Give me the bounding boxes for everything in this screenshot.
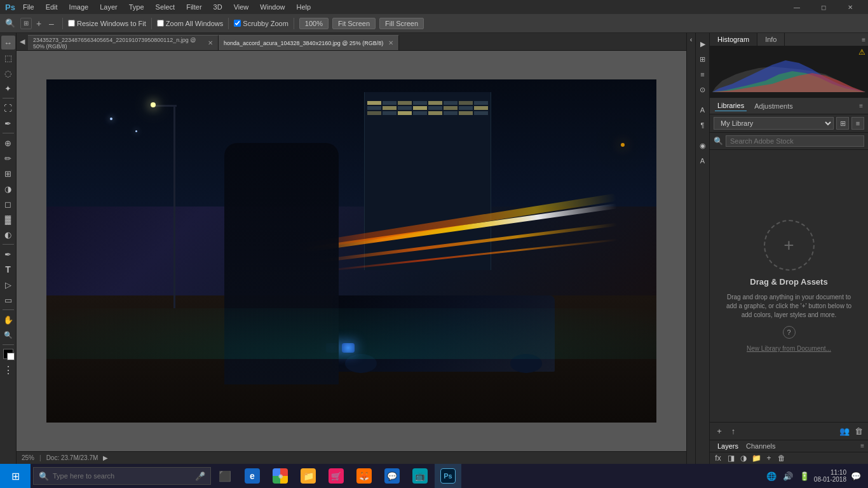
status-arrow[interactable]: ▶ [103, 454, 108, 461]
layer-mask-button[interactable]: ◨ [725, 452, 736, 464]
clock-area[interactable]: 11:10 08-01-2018 [814, 469, 846, 483]
mail-app[interactable]: 💬 [379, 464, 405, 488]
explorer-app[interactable]: 📁 [295, 464, 322, 488]
tab-1-close[interactable]: ✕ [208, 39, 213, 46]
menu-filter[interactable]: Filter [184, 2, 204, 12]
fill-screen-button[interactable]: Fill Screen [379, 18, 424, 29]
search-input[interactable] [726, 135, 864, 147]
media-app[interactable]: 📺 [407, 464, 433, 488]
info-tab[interactable]: Info [757, 33, 785, 46]
zoom-tool-icon[interactable]: 🔍 [4, 17, 17, 30]
panel-collapse-button[interactable]: ‹ [686, 33, 695, 464]
menu-help[interactable]: Help [294, 2, 313, 12]
action-icon[interactable]: ⊞ [697, 53, 709, 65]
zoom-tool[interactable]: 🔍 [1, 328, 15, 342]
3d-icon[interactable]: ◉ [697, 140, 709, 151]
history-icon[interactable]: ▶ [697, 38, 709, 50]
type-tool[interactable]: T [1, 262, 15, 276]
crop-tool[interactable]: ⛶ [1, 101, 15, 115]
para-icon[interactable]: ¶ [697, 119, 709, 131]
menu-select[interactable]: Select [153, 2, 178, 12]
volume-icon[interactable]: 🔊 [781, 471, 795, 481]
list-view-button[interactable]: ≡ [851, 117, 864, 130]
scrubby-zoom-input[interactable] [234, 20, 241, 27]
resize-windows-input[interactable] [68, 20, 75, 27]
zoom-all-windows-input[interactable] [157, 20, 164, 27]
layer-adjustment-button[interactable]: ◑ [738, 452, 749, 464]
lasso-tool[interactable]: ◌ [1, 66, 15, 80]
minimize-button[interactable]: — [784, 0, 810, 14]
gradient-tool[interactable]: ▓ [1, 212, 15, 226]
upload-library-button[interactable]: ↑ [728, 426, 739, 437]
tab-1[interactable]: 23435273_2234876563405654_22019107395080… [28, 35, 219, 50]
scrubby-zoom-checkbox[interactable]: Scrubby Zoom [234, 20, 288, 27]
foreground-color[interactable] [3, 349, 13, 359]
maximize-button[interactable]: ◻ [811, 0, 836, 14]
layer-group-button[interactable]: 📁 [750, 452, 762, 464]
library-dropdown[interactable]: My Library [714, 117, 834, 130]
move-tool[interactable]: ↔ [1, 36, 15, 50]
adjustments-tab[interactable]: Adjustments [752, 101, 796, 111]
eraser-tool[interactable]: ◻ [1, 197, 15, 211]
histogram-tab[interactable]: Histogram [710, 33, 757, 46]
zoom-percent-button[interactable]: 100% [299, 18, 329, 29]
delete-library-button[interactable]: 🗑 [853, 426, 864, 437]
dodge-tool[interactable]: ◐ [1, 227, 15, 241]
magic-wand-tool[interactable]: ✦ [1, 81, 15, 95]
channels-tab[interactable]: Channels [742, 441, 779, 451]
clone-tool[interactable]: ⊞ [1, 166, 15, 180]
chrome-app[interactable]: ◉ [267, 464, 294, 488]
start-button[interactable]: ⊞ [0, 464, 31, 488]
eyedropper-tool[interactable]: ✒ [1, 116, 15, 130]
add-asset-circle[interactable]: + [764, 220, 815, 271]
histogram-options[interactable]: ≡ [859, 35, 868, 44]
more-tools[interactable]: ⋮ [1, 363, 15, 377]
layer-new-button[interactable]: + [763, 452, 775, 464]
battery-icon[interactable]: 🔋 [797, 471, 811, 481]
char-icon[interactable]: A [697, 104, 709, 116]
microphone-icon[interactable]: 🎤 [195, 471, 205, 481]
menu-image[interactable]: Image [67, 2, 92, 12]
zoom-in-icon[interactable]: + [33, 18, 44, 29]
fit-screen-button[interactable]: Fit Screen [332, 18, 376, 29]
task-view-button[interactable]: ⬛ [214, 464, 236, 488]
tab-2-close[interactable]: ✕ [388, 39, 393, 46]
pen-tool[interactable]: ✒ [1, 247, 15, 261]
close-button[interactable]: ✕ [837, 0, 863, 14]
libraries-tab[interactable]: Libraries [715, 100, 747, 111]
collaborate-icon[interactable]: 👥 [839, 426, 850, 437]
layers-tab[interactable]: Layers [714, 441, 742, 451]
layers-expand-icon[interactable]: ≡ [860, 442, 864, 449]
edge-app[interactable]: e [239, 464, 266, 488]
heal-tool[interactable]: ⊕ [1, 136, 15, 150]
new-library-from-document-link[interactable]: New Library from Document... [747, 345, 831, 352]
canvas-container[interactable] [17, 51, 686, 451]
zoom-out-icon[interactable]: – [46, 18, 57, 29]
resize-windows-checkbox[interactable]: Resize Windows to Fit [68, 20, 146, 27]
hand-tool[interactable]: ✋ [1, 313, 15, 327]
tab-2[interactable]: honda_accord_acura_104328_3840x2160.jpg … [219, 35, 399, 50]
measure-icon[interactable]: ⊙ [697, 84, 709, 95]
menu-layer[interactable]: Layer [97, 2, 120, 12]
menu-type[interactable]: Type [126, 2, 147, 12]
menu-view[interactable]: View [231, 2, 252, 12]
layer-comp-icon[interactable]: ≡ [697, 69, 709, 80]
photoshop-app[interactable]: Ps [435, 464, 461, 488]
brush-tool[interactable]: ✏ [1, 151, 15, 165]
zoom-all-windows-checkbox[interactable]: Zoom All Windows [157, 20, 223, 27]
history-tool[interactable]: ◑ [1, 182, 15, 196]
taskbar-search[interactable]: 🔍 🎤 [33, 467, 211, 485]
background-color[interactable] [7, 353, 15, 360]
firefox-app[interactable]: 🦊 [351, 464, 377, 488]
menu-file[interactable]: File [20, 2, 37, 12]
type-icon[interactable]: A [697, 155, 709, 166]
menu-edit[interactable]: Edit [43, 2, 60, 12]
zoom-fit-icon[interactable]: ⊞ [20, 18, 32, 29]
menu-window[interactable]: Window [257, 2, 287, 12]
menu-3d[interactable]: 3D [211, 2, 225, 12]
add-library-button[interactable]: + [714, 426, 725, 437]
path-select-tool[interactable]: ▷ [1, 278, 15, 292]
store-app[interactable]: 🛒 [323, 464, 349, 488]
marquee-tool[interactable]: ⬚ [1, 51, 15, 65]
help-icon[interactable]: ? [783, 326, 796, 339]
